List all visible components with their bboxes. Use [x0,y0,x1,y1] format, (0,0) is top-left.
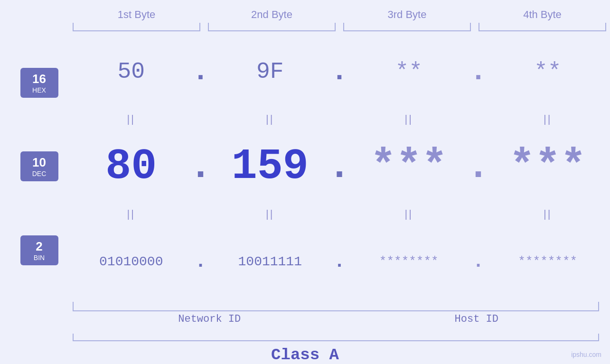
hex-label: HEX [26,86,53,94]
hex-badge: 16 HEX [20,68,58,98]
bin-byte-4-cell: ******** [486,254,610,269]
id-labels-row: Network ID Host ID [69,313,603,325]
eq2-3: || [347,208,471,220]
dec-sep-3: . [471,145,486,188]
equals-row-1: || || || || [69,112,610,126]
dec-byte-3: *** [370,142,447,191]
equals-row-2: || || || || [69,207,610,221]
bin-badge: 2 BIN [20,235,58,265]
eq2-2: || [208,208,333,220]
eq2-1: || [69,208,194,220]
full-bracket [69,334,603,341]
hex-byte-4-cell: ** [486,59,610,84]
dec-label: DEC [26,170,53,177]
hex-byte-1-cell: 50 [69,59,194,84]
hex-number: 16 [26,72,53,86]
byte-header-1: 1st Byte [69,9,204,21]
top-bracket-row [0,23,610,31]
equals2-2: || [266,208,274,220]
dec-byte-4: *** [509,142,586,191]
dec-sep-1: . [194,145,208,188]
bin-sep-3: . [471,251,486,272]
bottom-section: Network ID Host ID [0,302,610,325]
bytes-area: 50 . 9F . ** . ** || || [69,31,610,302]
class-label: Class A [271,346,339,364]
hex-byte-1: 50 [117,59,145,84]
dec-byte-4-cell: *** [486,142,610,191]
bin-byte-3-cell: ******** [347,254,471,269]
eq-3: || [347,113,471,125]
dec-number: 10 [26,155,53,170]
byte-header-4: 4th Byte [475,9,610,21]
bin-byte-1: 01010000 [99,254,163,269]
bottom-brackets [69,302,603,311]
hex-sep-2: . [332,56,347,88]
dec-byte-2-cell: 159 [208,142,333,191]
dec-sep-2: . [332,145,347,188]
equals-3: || [405,113,413,125]
host-id-label: Host ID [350,313,603,325]
bracket-3 [343,23,471,31]
bin-row: 01010000 . 10011111 . ******** . *******… [69,221,610,302]
eq-1: || [69,113,194,125]
bin-label: BIN [26,254,53,261]
bin-number: 2 [26,239,53,254]
bin-sep-2: . [332,251,347,272]
full-bracket-row [0,334,610,341]
hex-byte-3-cell: ** [347,59,471,84]
dec-byte-1: 80 [105,142,157,191]
bracket-1 [73,23,200,31]
dec-byte-3-cell: *** [347,142,471,191]
hex-row: 50 . 9F . ** . ** [69,31,610,112]
hex-byte-2: 9F [256,59,284,84]
eq2-4: || [486,208,610,220]
equals-2: || [266,113,274,125]
watermark: ipshu.com [571,351,601,358]
bracket-2 [208,23,336,31]
byte-header-2: 2nd Byte [204,9,339,21]
bin-sep-1: . [194,251,208,272]
hex-sep-1: . [194,56,208,88]
dec-byte-2: 159 [232,142,309,191]
hex-byte-2-cell: 9F [208,59,333,84]
equals2-4: || [544,208,552,220]
dec-byte-1-cell: 80 [69,142,194,191]
labels-column: 16 HEX 10 DEC 2 BIN [9,31,69,302]
equals-1: || [127,113,135,125]
bracket-4 [479,23,606,31]
eq-4: || [486,113,610,125]
network-bracket [69,302,350,311]
content-area: 16 HEX 10 DEC 2 BIN 50 . 9F [0,31,610,302]
network-id-label: Network ID [69,313,350,325]
hex-sep-3: . [471,56,486,88]
header-row: 1st Byte 2nd Byte 3rd Byte 4th Byte [0,0,610,21]
host-bracket [350,302,603,311]
dec-row: 80 . 159 . *** . *** [69,126,610,207]
hex-byte-4: ** [534,59,562,84]
dec-badge: 10 DEC [20,151,58,181]
byte-header-3: 3rd Byte [339,9,475,21]
eq-2: || [208,113,333,125]
bin-byte-3: ******** [379,254,439,269]
bin-byte-2: 10011111 [238,254,302,269]
bin-byte-1-cell: 01010000 [69,254,194,269]
equals-4: || [544,113,552,125]
bin-byte-4: ******** [518,254,577,269]
main-container: 1st Byte 2nd Byte 3rd Byte 4th Byte 16 H… [0,0,610,364]
bin-byte-2-cell: 10011111 [208,254,333,269]
class-label-row: Class A [0,346,610,364]
equals2-3: || [405,208,413,220]
hex-byte-3: ** [395,59,422,84]
equals2-1: || [127,208,135,220]
